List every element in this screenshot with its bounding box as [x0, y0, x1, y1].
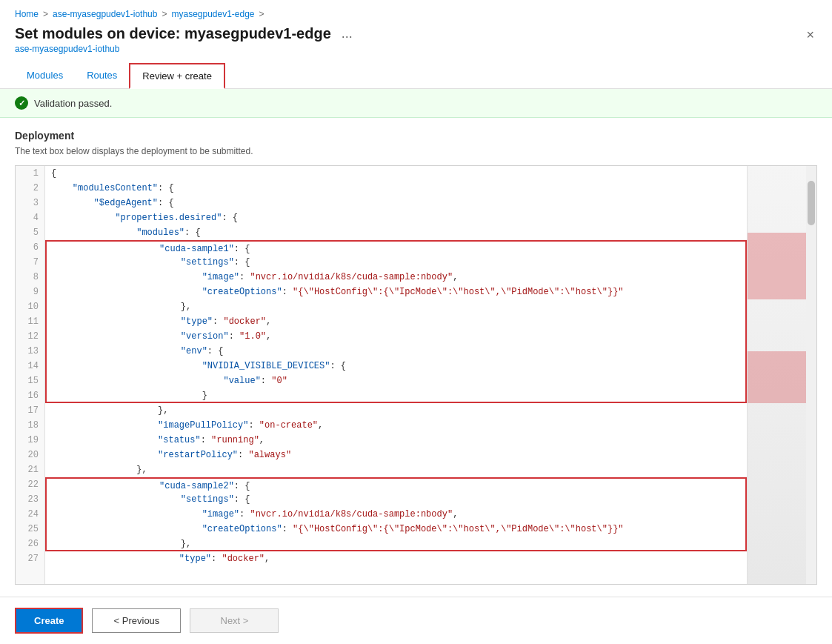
footer: Create < Previous Next > [0, 597, 832, 644]
line-number: 4 [16, 210, 44, 225]
line-number: 8 [16, 270, 44, 285]
code-line: { [45, 166, 747, 181]
line-number: 16 [16, 388, 44, 403]
validation-icon [15, 96, 28, 110]
code-line: "restartPolicy": "always" [45, 448, 747, 462]
page-header: Set modules on device: myasegpudev1-edge… [0, 22, 832, 57]
code-container[interactable]: 1234567891011121314151617181920212223242… [15, 165, 817, 585]
code-line: "env": { [45, 344, 747, 359]
page-subtitle: ase-myasegpudev1-iothub [15, 44, 356, 54]
line-number: 1 [16, 166, 44, 181]
line-number: 26 [16, 537, 44, 551]
code-line: "createOptions": "{\"HostConfig\":{\"Ipc… [45, 522, 747, 537]
code-line: "settings": { [45, 492, 747, 507]
line-number: 12 [16, 329, 44, 344]
line-number: 24 [16, 507, 44, 522]
line-number: 18 [16, 418, 44, 433]
line-number: 10 [16, 299, 44, 314]
code-line: "type": "docker", [45, 314, 747, 329]
content-area: Deployment The text box below displays t… [0, 118, 832, 597]
code-line: }, [45, 299, 747, 314]
ellipsis-button[interactable]: ... [339, 26, 356, 42]
code-line: }, [45, 537, 747, 551]
tab-review-create[interactable]: Review + create [129, 63, 225, 89]
page-title-area: Set modules on device: myasegpudev1-edge… [15, 25, 356, 54]
line-number: 2 [16, 181, 44, 196]
create-button[interactable]: Create [15, 608, 83, 634]
code-line: "type": "docker", [45, 551, 747, 566]
line-number: 25 [16, 522, 44, 537]
code-content[interactable]: { "modulesContent": { "$edgeAgent": { "p… [45, 166, 747, 584]
code-line: "createOptions": "{\"HostConfig\":{\"Ipc… [45, 285, 747, 299]
breadcrumb-home[interactable]: Home [15, 9, 39, 19]
code-line: "status": "running", [45, 433, 747, 448]
next-button: Next > [190, 608, 279, 633]
page-title-text: Set modules on device: myasegpudev1-edge [15, 25, 331, 42]
line-number: 5 [16, 225, 44, 240]
tab-routes[interactable]: Routes [75, 64, 129, 88]
line-number: 3 [16, 196, 44, 210]
line-number: 23 [16, 492, 44, 507]
line-number: 15 [16, 374, 44, 388]
tabs-bar: Modules Routes Review + create [0, 57, 832, 89]
breadcrumb-sep-2: > [162, 9, 167, 19]
breadcrumb-sep-1: > [43, 9, 48, 19]
code-line: "modules": { [45, 225, 747, 240]
code-line: "imagePullPolicy": "on-create", [45, 418, 747, 433]
line-numbers: 1234567891011121314151617181920212223242… [16, 166, 45, 584]
code-line: "cuda-sample2": { [45, 477, 747, 492]
deployment-title: Deployment [15, 130, 817, 142]
code-line: "cuda-sample1": { [45, 240, 747, 255]
line-number: 27 [16, 551, 44, 566]
line-number: 7 [16, 255, 44, 270]
code-line: "settings": { [45, 255, 747, 270]
breadcrumb-sep-3: > [259, 9, 264, 19]
scrollbar-thumb[interactable] [808, 181, 815, 225]
deployment-description: The text box below displays the deployme… [15, 146, 817, 156]
code-line: "image": "nvcr.io/nvidia/k8s/cuda-sample… [45, 507, 747, 522]
code-line: }, [45, 403, 747, 418]
code-line: } [45, 388, 747, 403]
code-line: "modulesContent": { [45, 181, 747, 196]
breadcrumb-iothub[interactable]: ase-myasegpudev1-iothub [53, 9, 157, 19]
code-line: "value": "0" [45, 374, 747, 388]
line-number: 6 [16, 240, 44, 255]
code-line: "NVIDIA_VISIBLE_DEVICES": { [45, 359, 747, 374]
tab-modules[interactable]: Modules [15, 64, 75, 88]
line-number: 9 [16, 285, 44, 299]
line-number: 21 [16, 462, 44, 477]
line-number: 14 [16, 359, 44, 374]
code-line: "properties.desired": { [45, 210, 747, 225]
line-number: 22 [16, 477, 44, 492]
line-number: 11 [16, 314, 44, 329]
code-line: "version": "1.0", [45, 329, 747, 344]
close-button[interactable]: × [803, 25, 817, 44]
breadcrumb-edge[interactable]: myasegpudev1-edge [171, 9, 254, 19]
previous-button[interactable]: < Previous [92, 608, 181, 633]
code-line: }, [45, 462, 747, 477]
line-number: 13 [16, 344, 44, 359]
line-number: 20 [16, 448, 44, 462]
code-lines: { "modulesContent": { "$edgeAgent": { "p… [45, 166, 747, 566]
line-number: 17 [16, 403, 44, 418]
code-line: "$edgeAgent": { [45, 196, 747, 210]
validation-text: Validation passed. [34, 98, 112, 109]
code-line: "image": "nvcr.io/nvidia/k8s/cuda-sample… [45, 270, 747, 285]
validation-banner: Validation passed. [0, 89, 832, 118]
breadcrumb-bar: Home > ase-myasegpudev1-iothub > myasegp… [0, 0, 832, 22]
minimap [747, 166, 806, 584]
line-number: 19 [16, 433, 44, 448]
scrollbar-track[interactable] [806, 166, 816, 584]
